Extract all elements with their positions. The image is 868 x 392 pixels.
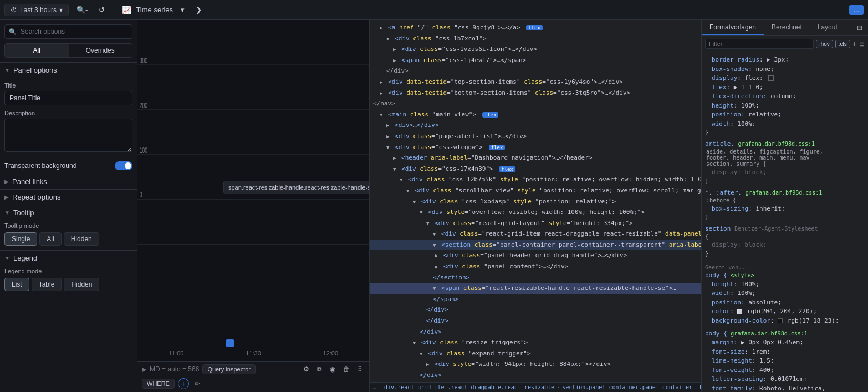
- expand-icon[interactable]: ▶: [386, 123, 389, 128]
- dom-line[interactable]: ▶ <div style="width: 941px; height: 884p…: [370, 359, 701, 370]
- dom-line[interactable]: ▼ <div class="css-1b7xco1">: [370, 33, 701, 44]
- time-range-btn[interactable]: ⏱ Last 3 hours ▾: [4, 4, 69, 16]
- dom-line[interactable]: </nav>: [370, 98, 701, 109]
- legend-hidden-btn[interactable]: Hidden: [64, 278, 99, 291]
- dom-line[interactable]: ▼ <div style="overflow: visible; width: …: [370, 207, 701, 218]
- dom-line[interactable]: ▼ <div class="expand-trigger">: [370, 348, 701, 359]
- breadcrumb-section[interactable]: section.panel-container.panel-container-…: [562, 384, 701, 390]
- dom-line[interactable]: ▼ <main class="main-view"> flex: [370, 109, 701, 120]
- expand-icon[interactable]: ▶: [393, 47, 396, 52]
- dom-line[interactable]: ▼ <div class="css-12b7m5k" style="positi…: [370, 174, 701, 185]
- query-copy-btn[interactable]: ⧉: [315, 364, 324, 374]
- query-add-btn[interactable]: +: [178, 378, 189, 389]
- panel-description-textarea[interactable]: [4, 119, 132, 152]
- expand-icon[interactable]: ▶: [386, 134, 389, 139]
- filter-minimize-btn[interactable]: ⊟: [859, 40, 865, 48]
- legend-list-btn[interactable]: List: [4, 278, 29, 291]
- legend-header[interactable]: Legend: [0, 250, 137, 266]
- dom-line[interactable]: ▼ <div class="scrollbar-view" style="pos…: [370, 185, 701, 196]
- tooltip-header[interactable]: Tooltip: [0, 205, 137, 220]
- expand-icon[interactable]: ▼: [426, 221, 429, 226]
- panel-options-header[interactable]: Panel options: [0, 62, 137, 78]
- repeat-options-header[interactable]: Repeat options: [0, 189, 137, 205]
- expand-icon[interactable]: ▶: [393, 155, 396, 161]
- more-options-btn[interactable]: ...: [849, 5, 864, 15]
- dom-line[interactable]: ▼ <div class="css-wtcggw"> flex: [370, 142, 701, 153]
- dom-line[interactable]: </div>: [370, 304, 701, 315]
- expand-icon[interactable]: ▼: [386, 36, 389, 42]
- expand-icon[interactable]: ▶: [380, 79, 382, 85]
- tab-minimize-btn[interactable]: ⊟: [855, 23, 865, 33]
- dom-line[interactable]: ▼ <div class="css-1xodasp" style="positi…: [370, 196, 701, 207]
- dom-line-highlighted[interactable]: ▼ <span class="react-resizable-handle re…: [370, 283, 701, 294]
- expand-icon[interactable]: ▶: [380, 90, 382, 96]
- filter-cls-tag[interactable]: .cls: [835, 40, 850, 48]
- legend-table-btn[interactable]: Table: [32, 278, 62, 291]
- expand-down-btn[interactable]: ▾: [177, 4, 188, 16]
- expand-icon[interactable]: ▶: [380, 25, 382, 30]
- tooltip-hidden-btn[interactable]: Hidden: [64, 232, 99, 246]
- tooltip-all-btn[interactable]: All: [39, 232, 61, 246]
- expand-icon[interactable]: ▼: [433, 242, 436, 248]
- expand-icon[interactable]: ▼: [406, 188, 409, 194]
- query-delete-btn[interactable]: 🗑: [341, 364, 352, 374]
- query-hide-btn[interactable]: ◉: [328, 364, 338, 374]
- expand-icon[interactable]: ▼: [420, 351, 422, 357]
- dom-line[interactable]: </div>: [370, 65, 701, 77]
- css-source-link[interactable]: grafana.dar.bf98d.css:1: [738, 141, 815, 147]
- dom-line[interactable]: </span>: [370, 294, 701, 305]
- dom-line[interactable]: ▶ <div class="panel-header grid-drag-han…: [370, 250, 701, 261]
- dom-line[interactable]: ▶ <div class="panel-content">…</div>: [370, 261, 701, 272]
- dom-line[interactable]: ▶ <span class="css-1j4ew17">…</span>: [370, 55, 701, 66]
- expand-icon[interactable]: ▼: [413, 340, 416, 345]
- dom-line[interactable]: </div>: [370, 370, 701, 381]
- expand-icon[interactable]: ▶: [435, 264, 438, 269]
- query-settings-btn[interactable]: ⚙: [301, 364, 312, 374]
- filter-hov-tag[interactable]: :hov: [816, 40, 833, 48]
- expand-right-btn[interactable]: ❯: [192, 4, 205, 16]
- expand-icon[interactable]: ▼: [380, 112, 382, 118]
- query-drag-btn[interactable]: ⠿: [355, 364, 365, 374]
- css-source-link[interactable]: grafana.dar.bf98d.css:1: [746, 190, 822, 196]
- css-filter-input[interactable]: [705, 39, 814, 49]
- resize-handle-indicator[interactable]: [226, 339, 234, 347]
- tab-layout[interactable]: Layout: [810, 20, 845, 35]
- dom-line[interactable]: ▶ <div data-testid="top-section-items" c…: [370, 77, 701, 88]
- dom-line[interactable]: ▶ <div class="css-1vzus6i-Icon">…</div>: [370, 44, 701, 55]
- dom-line[interactable]: ▶ <a href="/" class="css-9qcjy8">…</a> f…: [370, 22, 701, 33]
- where-chip[interactable]: WHERE: [142, 379, 175, 389]
- dom-line[interactable]: ▶ <header aria-label="Dashboard navigati…: [370, 152, 701, 164]
- dom-line[interactable]: ▼ <div class="react-grid-item react-drag…: [370, 228, 701, 240]
- expand-icon[interactable]: ▶: [393, 58, 396, 63]
- expand-icon[interactable]: ▼: [433, 231, 436, 237]
- dom-line[interactable]: ▶ <div class="page-alert-list">…</div>: [370, 131, 701, 142]
- css-source-link[interactable]: <style>: [731, 272, 754, 278]
- expand-icon[interactable]: ▼: [413, 199, 416, 205]
- dom-line[interactable]: </section>: [370, 272, 701, 283]
- transparent-bg-toggle[interactable]: [115, 161, 132, 170]
- expand-icon[interactable]: ▼: [393, 166, 396, 172]
- expand-icon[interactable]: ▼: [386, 145, 389, 150]
- dom-line[interactable]: ▼ <div class="css-17x4n39"> flex: [370, 164, 701, 175]
- tooltip-single-btn[interactable]: Single: [4, 232, 37, 246]
- zoom-out-btn[interactable]: 🔍-: [73, 4, 91, 16]
- panel-title-input[interactable]: [4, 91, 132, 105]
- css-source-link[interactable]: grafana.dar.bf98d.css:1: [731, 330, 807, 337]
- toggle-overrides-btn[interactable]: Overrides: [69, 44, 132, 57]
- dom-line[interactable]: </div>: [370, 315, 701, 327]
- search-options-input[interactable]: [4, 24, 132, 39]
- expand-icon[interactable]: ▶: [435, 253, 438, 258]
- expand-icon[interactable]: ▶: [426, 362, 429, 367]
- expand-icon[interactable]: ▼: [433, 286, 436, 291]
- dom-line-selected[interactable]: ▼ <section class="panel-container panel-…: [370, 240, 701, 251]
- filter-add-btn[interactable]: +: [852, 39, 857, 48]
- breadcrumb-grid-item[interactable]: div.react-grid-item.react-draggable.reac…: [384, 384, 554, 390]
- dom-line[interactable]: </div>: [370, 327, 701, 338]
- tab-berechnet[interactable]: Berechnet: [764, 20, 810, 35]
- expand-query-btn[interactable]: ▶: [142, 366, 146, 373]
- panel-links-header[interactable]: Panel links: [0, 174, 137, 189]
- toggle-all-btn[interactable]: All: [5, 44, 69, 57]
- dom-line[interactable]: ▼ <div class="resize-triggers">: [370, 337, 701, 348]
- expand-icon[interactable]: ▼: [400, 177, 402, 182]
- dom-line[interactable]: ▶ <div data-testid="bottom-section-items…: [370, 88, 701, 99]
